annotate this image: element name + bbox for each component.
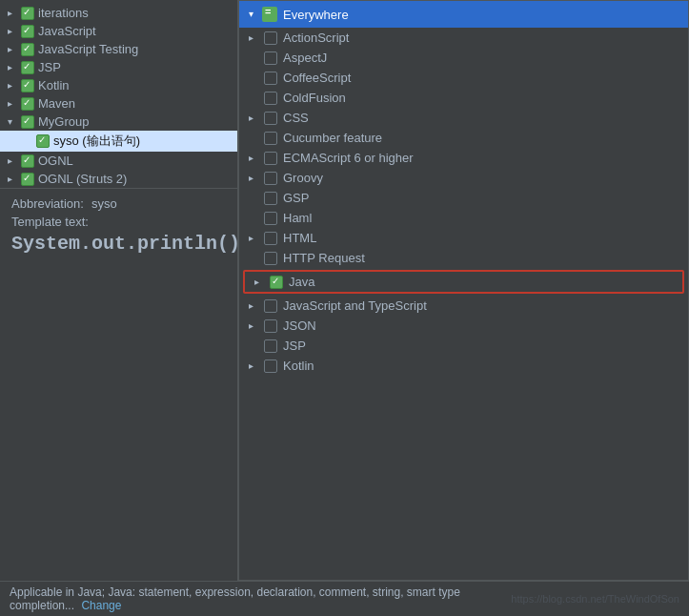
label-iterations: iterations: [38, 6, 89, 20]
dd-checkbox-gsp[interactable]: [264, 192, 277, 205]
right-dropdown-panel: Everywhere ActionScriptAspectJCoffeeScri…: [238, 0, 689, 581]
dd-chevron-groovy: [249, 173, 260, 183]
tree-item-iterations[interactable]: iterations: [0, 4, 237, 22]
dd-label-http: HTTP Request: [283, 251, 365, 265]
dropdown-item-haml[interactable]: Haml: [239, 208, 688, 228]
chevron-iterations: [8, 8, 19, 19]
label-javascript: JavaScript: [38, 24, 96, 38]
checkbox-maven: [21, 97, 34, 111]
dropdown-item-coffeescript[interactable]: CoffeeScript: [239, 68, 688, 88]
dropdown-item-kotlin2[interactable]: Kotlin: [239, 356, 688, 376]
checkbox-javascript: [21, 25, 34, 38]
dropdown-item-aspectj[interactable]: AspectJ: [239, 48, 688, 68]
tree-item-maven[interactable]: Maven: [0, 94, 237, 113]
tree-item-mygroup[interactable]: MyGroup: [0, 113, 237, 131]
dropdown-item-http[interactable]: HTTP Request: [239, 248, 688, 268]
status-text-content: Applicable in Java; Java: statement, exp…: [10, 585, 460, 612]
checkbox-ognl-struts: [21, 173, 34, 186]
dd-checkbox-jsp2[interactable]: [264, 339, 277, 353]
dd-label-aspectj: AspectJ: [283, 51, 327, 65]
label-kotlin: Kotlin: [38, 78, 70, 92]
dd-chevron-ecmascript: [249, 153, 260, 163]
tree-item-syso[interactable]: syso (输出语句): [0, 131, 237, 152]
checkbox-javascript-testing: [21, 43, 34, 56]
abbreviation-value: syso: [91, 196, 117, 211]
dd-checkbox-java[interactable]: [270, 276, 283, 289]
checkbox-kotlin: [21, 79, 34, 92]
dd-label-kotlin2: Kotlin: [283, 359, 314, 373]
dd-checkbox-ecmascript[interactable]: [264, 152, 277, 165]
dd-checkbox-haml[interactable]: [264, 212, 277, 225]
dd-checkbox-coffeescript[interactable]: [264, 72, 277, 85]
dd-checkbox-actionscript[interactable]: [264, 31, 277, 45]
dd-checkbox-coldfusion[interactable]: [264, 92, 277, 105]
tree-item-javascript-testing[interactable]: JavaScript Testing: [0, 40, 237, 58]
label-maven: Maven: [38, 96, 75, 111]
dropdown-item-coldfusion[interactable]: ColdFusion: [239, 88, 688, 108]
dd-label-javascript-ts: JavaScript and TypeScript: [283, 298, 427, 313]
dd-checkbox-kotlin2[interactable]: [264, 359, 277, 373]
dd-label-cucumber: Cucumber feature: [283, 131, 382, 145]
dd-checkbox-aspectj[interactable]: [264, 51, 277, 65]
tree-item-ognl-struts[interactable]: OGNL (Struts 2): [0, 170, 237, 188]
dropdown-item-html[interactable]: HTML: [239, 228, 688, 248]
tree-item-javascript[interactable]: JavaScript: [0, 22, 237, 40]
everywhere-icon: [262, 7, 277, 22]
status-bar: Applicable in Java; Java: statement, exp…: [0, 581, 689, 616]
template-text-label: Template text:: [11, 215, 226, 229]
checkbox-iterations: [21, 7, 34, 20]
chevron-javascript: [8, 26, 19, 37]
dropdown-item-groovy[interactable]: Groovy: [239, 168, 688, 188]
chevron-jsp: [8, 62, 19, 73]
left-tree-panel: iterationsJavaScriptJavaScript TestingJS…: [0, 0, 238, 581]
dropdown-header-chevron: [249, 9, 260, 20]
tree-item-jsp[interactable]: JSP: [0, 58, 237, 76]
dd-checkbox-groovy[interactable]: [264, 172, 277, 185]
dropdown-item-actionscript[interactable]: ActionScript: [239, 28, 688, 48]
checkbox-mygroup: [21, 115, 34, 129]
dd-checkbox-json[interactable]: [264, 319, 277, 333]
dropdown-header[interactable]: Everywhere: [239, 1, 688, 28]
dd-checkbox-html[interactable]: [264, 232, 277, 245]
dd-label-json: JSON: [283, 318, 316, 333]
dd-checkbox-http[interactable]: [264, 252, 277, 265]
dropdown-header-label: Everywhere: [283, 8, 349, 22]
dd-chevron-kotlin2: [249, 360, 260, 371]
dd-checkbox-css[interactable]: [264, 112, 277, 125]
label-ognl: OGNL: [38, 154, 73, 168]
dropdown-item-css[interactable]: CSS: [239, 108, 688, 128]
label-mygroup: MyGroup: [38, 114, 89, 129]
checkbox-syso: [36, 134, 50, 148]
tree-item-ognl[interactable]: OGNL: [0, 152, 237, 170]
dropdown-item-javascript-ts[interactable]: JavaScript and TypeScript: [239, 296, 688, 316]
dd-checkbox-javascript-ts[interactable]: [264, 299, 277, 313]
bottom-info-panel: Abbreviation: syso Template text: System…: [0, 188, 237, 302]
dd-label-coldfusion: ColdFusion: [283, 91, 346, 105]
dropdown-item-ecmascript[interactable]: ECMAScript 6 or higher: [239, 148, 688, 168]
label-ognl-struts: OGNL (Struts 2): [38, 172, 127, 186]
label-javascript-testing: JavaScript Testing: [38, 42, 138, 56]
checkbox-jsp: [21, 61, 34, 74]
dd-chevron-javascript-ts: [249, 300, 260, 311]
dd-label-groovy: Groovy: [283, 171, 323, 185]
tree-item-kotlin[interactable]: Kotlin: [0, 76, 237, 94]
watermark: https://blog.csdn.net/TheWindOfSon: [511, 593, 679, 605]
change-link[interactable]: Change: [81, 599, 121, 612]
dd-chevron-json: [249, 320, 260, 331]
chevron-mygroup: [8, 116, 19, 128]
dd-checkbox-cucumber[interactable]: [264, 132, 277, 145]
dd-chevron-css: [249, 113, 260, 123]
chevron-javascript-testing: [8, 44, 19, 55]
dd-label-coffeescript: CoffeeScript: [283, 71, 351, 85]
chevron-kotlin: [8, 80, 19, 92]
label-syso: syso (输出语句): [53, 133, 140, 150]
dd-chevron-html: [249, 233, 260, 243]
dropdown-item-jsp2[interactable]: JSP: [239, 336, 688, 356]
abbreviation-label: Abbreviation:: [11, 196, 84, 211]
dropdown-item-json[interactable]: JSON: [239, 316, 688, 336]
dd-label-html: HTML: [283, 231, 316, 245]
dd-label-ecmascript: ECMAScript 6 or higher: [283, 151, 414, 165]
dropdown-item-java[interactable]: Java: [243, 270, 684, 294]
dropdown-item-cucumber[interactable]: Cucumber feature: [239, 128, 688, 148]
dropdown-item-gsp[interactable]: GSP: [239, 188, 688, 208]
